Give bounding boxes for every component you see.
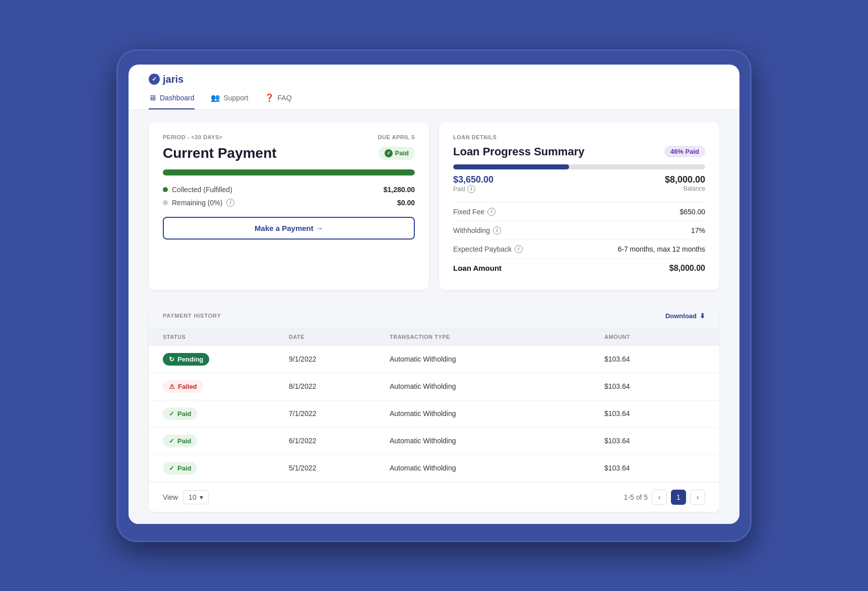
loan-balance-amount: $8,000.00 (665, 174, 705, 185)
paid-check-icon: ✓ (385, 149, 393, 157)
status-badge: ⚠ Failed (163, 380, 203, 393)
current-payment-progress-bar (163, 169, 415, 175)
loan-progress-card: LOAN DETAILS Loan Progress Summary 46% P… (439, 122, 719, 290)
remaining-amount: $0.00 (397, 199, 415, 207)
loan-paid-section: $3,650.00 Paid i (453, 174, 493, 193)
view-selector: View 10 ▾ (163, 490, 209, 504)
withholding-value: 17% (691, 226, 705, 234)
col-date: DATE (289, 334, 390, 340)
loan-progress-bar (453, 164, 705, 169)
loan-details-label: LOAN DETAILS (453, 134, 705, 140)
loan-amounts-row: $3,650.00 Paid i $8,000.00 Balance (453, 174, 705, 193)
tablet-frame: ✓ jaris 🖥 Dashboard 👥 Support ❓ FAQ (116, 49, 752, 542)
remaining-row: Remaining (0%) i $0.00 (163, 199, 415, 207)
withholding-info-icon[interactable]: i (493, 226, 501, 234)
remaining-info-icon[interactable]: i (226, 199, 234, 207)
status-icon: ↻ (169, 356, 174, 363)
amount-cell: $103.64 (604, 437, 705, 445)
loan-amount-label: Loan Amount (453, 264, 502, 272)
pagination-prev-button[interactable]: ‹ (652, 490, 667, 505)
remaining-dot (163, 200, 168, 205)
expected-payback-info-icon[interactable]: i (515, 245, 523, 253)
fixed-fee-label: Fixed Fee i (453, 208, 495, 216)
status-cell: ⚠ Failed (163, 380, 289, 393)
table-row: ↻ Pending 9/1/2022 Automatic Witholding … (149, 346, 719, 373)
chevron-down-icon: ▾ (200, 493, 203, 501)
fixed-fee-info-icon[interactable]: i (487, 208, 495, 216)
collected-label: Collected (Fulfilled) (163, 186, 232, 194)
paid-info-icon[interactable]: i (467, 185, 475, 193)
collected-amount: $1,280.00 (384, 186, 415, 194)
status-cell: ↻ Pending (163, 353, 289, 366)
date-cell: 9/1/2022 (289, 355, 390, 363)
status-label: Paid (177, 410, 191, 418)
loan-balance-label: Balance (665, 185, 705, 192)
tab-faq[interactable]: ❓ FAQ (265, 93, 292, 109)
amount-cell: $103.64 (604, 355, 705, 363)
current-payment-card: PERIOD - <30 DAYS> DUE APRIL 5 Current P… (149, 122, 429, 290)
date-cell: 5/1/2022 (289, 464, 390, 472)
type-cell: Automatic Witholding (390, 464, 604, 472)
type-cell: Automatic Witholding (390, 437, 604, 445)
current-payment-progress-fill (163, 169, 415, 175)
tab-support-label: Support (224, 94, 249, 102)
status-badge: ✓ Paid (163, 435, 197, 447)
status-cell: ✓ Paid (163, 435, 289, 447)
type-cell: Automatic Witholding (390, 382, 604, 390)
date-cell: 6/1/2022 (289, 437, 390, 445)
status-icon: ⚠ (169, 383, 175, 390)
payment-history-table: STATUS DATE TRANSACTION TYPE AMOUNT ↻ Pe… (149, 328, 719, 482)
status-icon: ✓ (169, 464, 174, 472)
table-rows: ↻ Pending 9/1/2022 Automatic Witholding … (149, 346, 719, 482)
type-cell: Automatic Witholding (390, 409, 604, 418)
view-label: View (163, 493, 178, 501)
dashboard-icon: 🖥 (149, 93, 156, 102)
tab-support[interactable]: 👥 Support (211, 93, 249, 109)
nav-tabs: 🖥 Dashboard 👥 Support ❓ FAQ (149, 93, 719, 109)
withholding-row: Withholding i 17% (453, 221, 705, 240)
view-value: 10 (189, 493, 197, 501)
status-badge: ↻ Pending (163, 353, 209, 366)
loan-details-table: Fixed Fee i $650.00 Withholding i 17% (453, 202, 705, 278)
logo: ✓ jaris (149, 74, 719, 85)
table-row: ✓ Paid 6/1/2022 Automatic Witholding $10… (149, 428, 719, 455)
tab-faq-label: FAQ (278, 94, 292, 102)
status-icon: ✓ (169, 437, 174, 445)
download-link[interactable]: Download ⬇ (665, 312, 705, 320)
logo-text: jaris (163, 74, 183, 85)
paid-badge: ✓ Paid (379, 147, 415, 160)
remaining-label: Remaining (0%) i (163, 199, 234, 207)
loan-amount-row: Loan Amount $8,000.00 (453, 259, 705, 278)
table-row: ✓ Paid 5/1/2022 Automatic Witholding $10… (149, 455, 719, 482)
loan-balance-section: $8,000.00 Balance (665, 174, 705, 193)
pagination-page-1-button[interactable]: 1 (671, 490, 686, 505)
type-cell: Automatic Witholding (390, 355, 604, 363)
date-cell: 8/1/2022 (289, 382, 390, 390)
current-payment-title: Current Payment (163, 145, 277, 161)
collected-dot (163, 187, 168, 192)
cards-row: PERIOD - <30 DAYS> DUE APRIL 5 Current P… (149, 122, 719, 290)
logo-icon: ✓ (149, 74, 160, 85)
loan-percent-badge: 46% Paid (664, 146, 705, 157)
loan-paid-amount: $3,650.00 (453, 174, 493, 185)
paid-badge-label: Paid (395, 149, 409, 157)
status-cell: ✓ Paid (163, 462, 289, 475)
card-meta: PERIOD - <30 DAYS> DUE APRIL 5 (163, 134, 415, 140)
download-icon: ⬇ (700, 312, 705, 320)
pagination-next-button[interactable]: › (690, 490, 705, 505)
col-amount: AMOUNT (604, 334, 705, 340)
withholding-label: Withholding i (453, 226, 501, 234)
tab-dashboard[interactable]: 🖥 Dashboard (149, 93, 195, 109)
table-header: STATUS DATE TRANSACTION TYPE AMOUNT (149, 328, 719, 346)
status-label: Pending (177, 356, 203, 363)
view-select-dropdown[interactable]: 10 ▾ (183, 490, 209, 504)
due-label: DUE APRIL 5 (378, 134, 415, 140)
expected-payback-row: Expected Payback i 6-7 months, max 12 mo… (453, 240, 705, 259)
status-label: Paid (177, 464, 191, 472)
amount-cell: $103.64 (604, 382, 705, 390)
expected-payback-value: 6-7 months, max 12 months (617, 245, 705, 253)
faq-icon: ❓ (265, 93, 274, 102)
table-row: ⚠ Failed 8/1/2022 Automatic Witholding $… (149, 373, 719, 400)
make-payment-button[interactable]: Make a Payment → (163, 217, 415, 240)
fixed-fee-row: Fixed Fee i $650.00 (453, 203, 705, 221)
